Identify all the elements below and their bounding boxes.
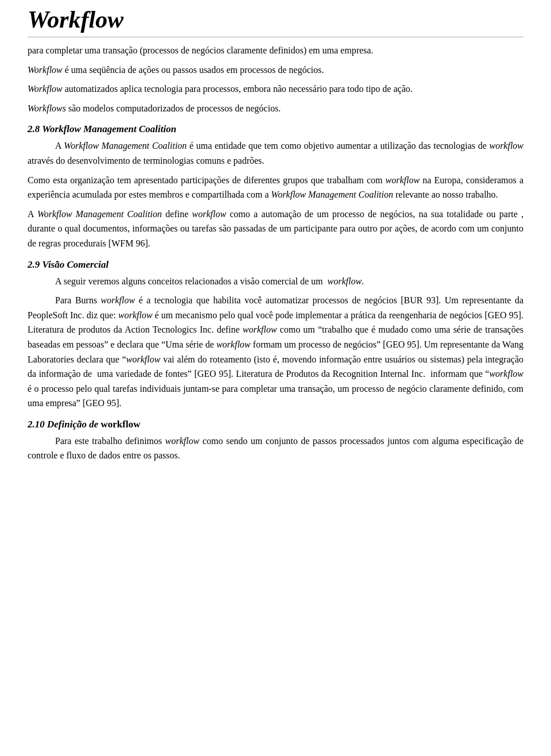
workflows-word: Workflows [28, 103, 66, 113]
intro-section: para completar uma transação (processos … [28, 43, 523, 115]
section-2-8-title-block: 2.8 Workflow Management Coalition [28, 124, 523, 135]
page-container: Workflow para completar uma transação (p… [0, 0, 551, 491]
header-area: Workflow [28, 6, 523, 37]
workflow-italic-10: workflow [489, 369, 523, 379]
section-2-8-para-1: A Workflow Management Coalition é uma en… [28, 138, 523, 168]
workflow-italic-7: workflow [243, 325, 277, 334]
header-divider [28, 37, 523, 37]
section-2-9-para-2: Para Burns workflow é a tecnologia que h… [28, 293, 523, 411]
section-2-9-para-1: A seguir veremos alguns conceitos relaci… [28, 274, 523, 289]
workflow-italic-6: workflow [118, 310, 153, 320]
workflow-bold-title: workflow [100, 419, 140, 430]
section-2-10-para-1: Para este trabalho definimos workflow co… [28, 434, 523, 463]
section-2-8: 2.8 Workflow Management Coalition A Work… [28, 124, 523, 250]
workflow-italic-9: workflow [126, 354, 161, 364]
workflow-italic-5: workflow [101, 295, 135, 305]
section-2-9-title-block: 2.9 Visão Comercial [28, 259, 523, 271]
section-2-10-heading: 2.10 Definição de workflow [28, 419, 140, 430]
intro-para-1: para completar uma transação (processos … [28, 43, 523, 58]
section-2-9: 2.9 Visão Comercial A seguir veremos alg… [28, 259, 523, 411]
section-2-8-para-2: Como esta organização tem apresentado pa… [28, 173, 523, 202]
workflow-italic-11: workflow [165, 436, 200, 446]
workflow-italic-8: workflow [216, 340, 251, 349]
section-2-10-title-block: 2.10 Definição de workflow [28, 419, 523, 430]
section-2-8-para-3: A Workflow Management Coalition define w… [28, 207, 523, 251]
intro-para-3: Workflow automatizados aplica tecnologia… [28, 82, 523, 97]
workflow-italic-4: workflow [328, 276, 362, 286]
workflow-italic-2: workflow [386, 175, 420, 185]
page-title: Workflow [28, 6, 523, 33]
wmc-italic-3: Workflow Management Coalition [37, 209, 162, 219]
workflow-word-1: Workflow [28, 65, 63, 75]
section-2-10: 2.10 Definição de workflow Para este tra… [28, 419, 523, 463]
workflow-word-2: Workflow [28, 84, 63, 94]
wmc-italic-1: Workflow Management Coalition [64, 141, 187, 151]
intro-para-4: Workflows são modelos computadorizados d… [28, 101, 523, 116]
intro-para-2: Workflow é uma seqüência de ações ou pas… [28, 63, 523, 78]
section-2-8-number: 2.8 Workflow Management Coalition [28, 124, 176, 134]
section-2-10-heading-text: Definição de [47, 419, 98, 430]
workflow-italic-3: workflow [192, 209, 226, 219]
section-2-9-heading: 2.9 Visão Comercial [28, 259, 108, 270]
wmc-italic-2: Workflow Management Coalition [271, 190, 393, 199]
workflow-italic-1: workflow [489, 141, 523, 151]
